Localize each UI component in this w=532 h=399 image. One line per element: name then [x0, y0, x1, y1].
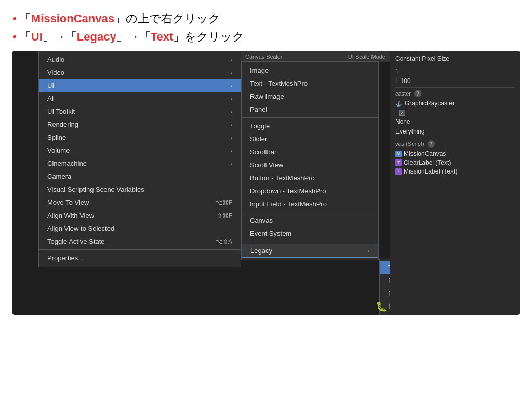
graphic-raycaster-row: ⚓ GraphicRaycaster	[395, 100, 514, 107]
vas-script-row: vas (Script) ?	[395, 140, 514, 148]
clear-label-row: T ClearLabel (Text)	[395, 159, 514, 166]
menu-item-visual-scripting[interactable]: Visual Scripting Scene Variables	[39, 183, 241, 196]
bullet1: •	[12, 12, 17, 25]
menu-item-dropdown-textmeshpro[interactable]: Dropdown - TextMeshPro	[242, 184, 378, 197]
panel-divider3	[395, 138, 514, 138]
text-highlight: Text	[151, 30, 174, 43]
context-menu-main[interactable]: Audio › Video › UI › AI › UI Toolkit › R…	[38, 51, 241, 267]
menu-item-ui-toolkit[interactable]: UI Toolkit ›	[39, 105, 241, 118]
menu-item-audio[interactable]: Audio ›	[39, 53, 241, 66]
menu-item-spline[interactable]: Spline ›	[39, 131, 241, 144]
menu-item-button-textmeshpro[interactable]: Button - TextMeshPro	[242, 171, 378, 184]
menu-item-cinemachine[interactable]: Cinemachine ›	[39, 157, 241, 170]
menu-item-rendering[interactable]: Rendering ›	[39, 118, 241, 131]
graphic-raycaster-value: GraphicRaycaster	[405, 100, 455, 107]
checkbox-row: · ✓	[395, 110, 514, 116]
value1-row: 1	[395, 68, 514, 75]
menu-item-raw-image[interactable]: Raw Image	[242, 90, 378, 103]
instruction-line2: • 「UI」→「Legacy」→「Text」をクリック	[12, 28, 520, 46]
menu-item-toggle[interactable]: Toggle	[242, 119, 378, 132]
menu-item-event-system[interactable]: Event System	[242, 227, 378, 240]
menu-item-legacy[interactable]: Legacy ›	[242, 244, 378, 258]
checkbox[interactable]: ✓	[399, 110, 405, 116]
value1: 1	[395, 68, 399, 75]
panel-divider2	[395, 87, 514, 88]
legacy-arrow-icon: ›	[367, 248, 369, 254]
everything-row: Everything	[395, 128, 514, 135]
none-label: None	[395, 118, 410, 125]
screenshot-area: Canvas Scaler UI Scale Mode Audio › Vide…	[12, 51, 520, 315]
everything-label: Everything	[395, 128, 425, 135]
mid-sep2	[242, 212, 378, 212]
menu-item-move-to-view[interactable]: Move To View ⌥⌘F	[39, 196, 241, 209]
none-row: None	[395, 118, 514, 125]
bullet2: •	[12, 30, 17, 43]
mission-label-row: T MissionLabel (Text)	[395, 168, 514, 175]
menu-item-properties[interactable]: Properties...	[39, 251, 241, 264]
mission-label-value: MissionLabel (Text)	[404, 168, 457, 175]
menu-item-input-field-textmeshpro[interactable]: Input Field - TextMeshPro	[242, 197, 378, 210]
top-bar-hint: Canvas Scaler UI Scale Mode	[241, 51, 390, 62]
constant-pixel-size-label: Constant Pixel Size	[395, 55, 449, 62]
menu-item-ui[interactable]: UI ›	[39, 79, 241, 92]
value2: L 100	[395, 77, 411, 85]
constant-pixel-size-row: Constant Pixel Size	[395, 55, 514, 62]
menu-item-scroll-view[interactable]: Scroll View	[242, 158, 378, 171]
menu-item-align-with-view[interactable]: Align With View ⇧⌘F	[39, 209, 241, 222]
caster-label: caster	[395, 90, 411, 97]
menu-item-canvas[interactable]: Canvas	[242, 214, 378, 227]
ui-highlight: UI	[31, 30, 43, 43]
help-icon2[interactable]: ?	[428, 140, 435, 148]
instructions-block: • 「MissionCanvas」の上で右クリック • 「UI」→「Legacy…	[0, 0, 532, 51]
menu-item-toggle-active-state[interactable]: Toggle Active State ⌥⇧A	[39, 235, 241, 248]
menu-item-video[interactable]: Video ›	[39, 66, 241, 79]
menu-item-ai[interactable]: AI ›	[39, 92, 241, 105]
ui-scale-mode-label: UI Scale Mode	[348, 54, 385, 60]
mission-canvas-script-row: M MissionCanvas	[395, 150, 514, 157]
legacy-highlight: Legacy	[77, 30, 116, 43]
mission-canvas-highlight: MissionCanvas	[31, 12, 114, 25]
menu-item-image[interactable]: Image	[242, 64, 378, 77]
mission-canvas-value: MissionCanvas	[404, 150, 446, 157]
vas-script-label: vas (Script)	[395, 141, 424, 147]
mid-sep3	[242, 242, 378, 242]
help-icon[interactable]: ?	[414, 90, 421, 97]
menu-item-volume[interactable]: Volume ›	[39, 144, 241, 157]
menu-item-panel[interactable]: Panel	[242, 103, 378, 116]
mission-label-icon: T	[395, 168, 402, 175]
value2-row: L 100	[395, 77, 514, 85]
menu-item-align-view-to-selected[interactable]: Align View to Selected	[39, 222, 241, 235]
panel-divider1	[395, 65, 514, 65]
mid-sep1	[242, 117, 378, 118]
instruction-line1: • 「MissionCanvas」の上で右クリック	[12, 9, 520, 28]
bug-icon[interactable]: 🐛	[376, 301, 387, 312]
menu-item-slider[interactable]: Slider	[242, 132, 378, 145]
menu-item-text-textmeshpro[interactable]: Text - TextMeshPro	[242, 77, 378, 90]
clear-label-value: ClearLabel (Text)	[404, 159, 451, 166]
menu-item-camera[interactable]: Camera	[39, 170, 241, 183]
clear-label-icon: T	[395, 159, 402, 166]
mission-canvas-script-icon: M	[395, 151, 402, 157]
menu-divider	[39, 249, 241, 250]
caster-row: caster ?	[395, 90, 514, 97]
inspector-panel: Constant Pixel Size 1 L 100 caster ? ⚓ G…	[390, 51, 520, 315]
canvas-scaler-label: Canvas Scaler	[245, 54, 283, 60]
ui-submenu[interactable]: Image Text - TextMeshPro Raw Image Panel…	[241, 61, 379, 260]
menu-item-scrollbar[interactable]: Scrollbar	[242, 145, 378, 158]
